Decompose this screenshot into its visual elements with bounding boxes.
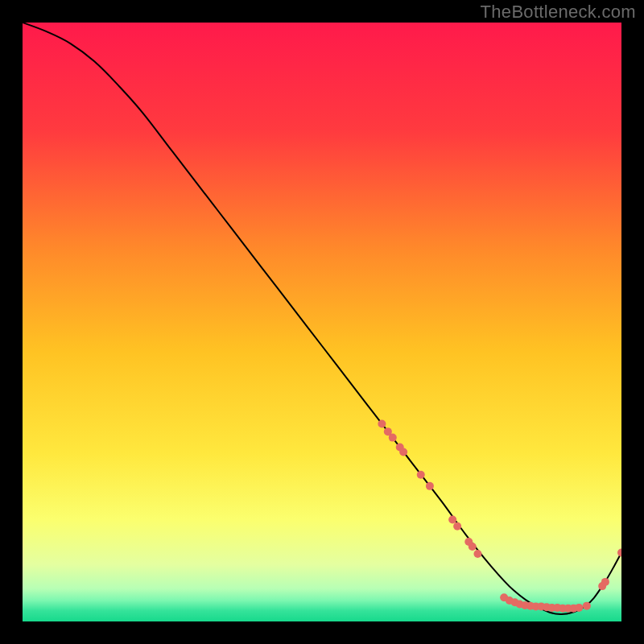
chart-stage: TheBottleneck.com <box>0 0 644 644</box>
chart-svg <box>23 23 621 621</box>
marker-point <box>389 434 397 442</box>
marker-point <box>417 471 425 479</box>
plot-area <box>23 23 621 621</box>
marker-point <box>575 604 583 612</box>
marker-point <box>426 482 434 490</box>
marker-point <box>601 578 609 586</box>
marker-point <box>378 419 386 427</box>
marker-point <box>448 516 456 524</box>
watermark-label: TheBottleneck.com <box>481 2 636 23</box>
marker-point <box>583 602 591 610</box>
marker-point <box>469 543 477 551</box>
marker-point <box>473 550 481 558</box>
marker-point <box>399 448 407 456</box>
gradient-background <box>23 23 621 621</box>
marker-point <box>453 522 461 530</box>
